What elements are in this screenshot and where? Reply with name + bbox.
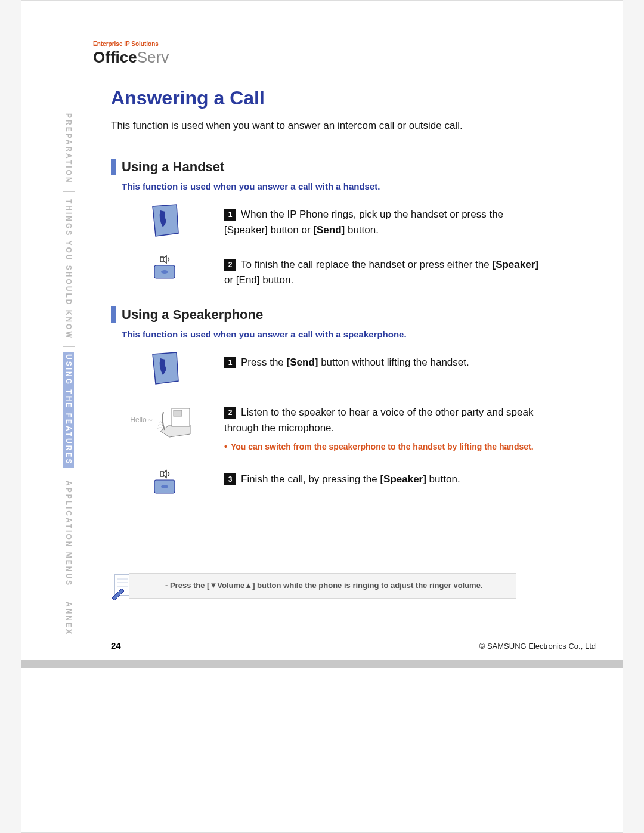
header: Enterprise IP Solutions OfficeServ [93, 41, 599, 67]
document-page: Enterprise IP Solutions OfficeServ PREPA… [21, 0, 623, 833]
hello-label: Hello～ [130, 415, 153, 425]
sidebar-item-using-features[interactable]: USING THE FEATURES [63, 352, 74, 467]
tip-text: You can switch from the speakerphone to … [231, 441, 534, 454]
sidebar-nav: PREPARATION THINGS YOU SHOULD KNOW USING… [63, 111, 75, 576]
step-badge-2: 2 [224, 259, 236, 271]
speaker-button-icon [129, 253, 200, 283]
note-text: - Press the [▼Volume▲] button while the … [165, 581, 483, 590]
step-text: 2Listen to the speaker to hear a voice o… [224, 401, 540, 454]
handset-icon [129, 203, 200, 239]
section-accent-bar [111, 306, 116, 323]
section-speaker-title: Using a Speakerphone [122, 307, 263, 323]
step-text: 1Press the [Send] button without lifting… [224, 351, 540, 370]
svg-rect-2 [160, 257, 163, 262]
speaker-step-2: Hello～ 2Listen to the speaker to hear a … [129, 401, 540, 454]
note-box: - Press the [▼Volume▲] button while the … [129, 573, 516, 599]
bottom-scrollbar-area [21, 660, 623, 668]
sidebar-item-things[interactable]: THINGS YOU SHOULD KNOW [63, 197, 74, 342]
svg-rect-4 [174, 410, 182, 416]
sidebar-item-annex[interactable]: ANNEX [63, 599, 74, 638]
section-accent-bar [111, 159, 116, 175]
section-speaker-desc: This function is used when you answer a … [122, 329, 540, 339]
step-badge-1: 1 [224, 209, 236, 221]
step-text: 1When the IP Phone rings, pick up the ha… [224, 203, 540, 239]
sidebar-item-application-menus[interactable]: APPLICATION MENUS [63, 478, 74, 589]
logo-light: Serv [137, 48, 169, 66]
step-badge-1: 1 [224, 357, 236, 368]
section-handset-title: Using a Handset [122, 159, 224, 175]
copyright: © SAMSUNG Electronics Co., Ltd [479, 642, 596, 651]
header-rule [181, 58, 599, 58]
svg-point-6 [161, 485, 168, 488]
section-speaker-head: Using a Speakerphone [111, 306, 540, 323]
speaker-step-3: 3Finish the call, by pressing the [Speak… [129, 468, 540, 498]
sidebar-separator [63, 346, 75, 347]
step-badge-3: 3 [224, 473, 236, 485]
sidebar-separator [63, 473, 75, 473]
sidebar-item-preparation[interactable]: PREPARATION [63, 111, 74, 187]
svg-rect-7 [160, 472, 163, 476]
handset-step-1: 1When the IP Phone rings, pick up the ha… [129, 203, 540, 239]
page-number: 24 [111, 640, 121, 651]
intro-text: This function is used when you want to a… [111, 120, 540, 132]
main-content: Answering a Call This function is used w… [111, 87, 540, 512]
step-badge-2: 2 [224, 407, 236, 419]
phone-illustration: Hello～ [129, 401, 200, 439]
tip-line: • You can switch from the speakerphone t… [224, 441, 540, 454]
logo-bold: Office [93, 48, 137, 66]
page-title: Answering a Call [111, 87, 540, 109]
step-text: 3Finish the call, by pressing the [Speak… [224, 468, 540, 487]
step-text: 2To finish the call replace the handset … [224, 253, 540, 289]
brand-tagline: Enterprise IP Solutions [93, 41, 599, 47]
svg-point-1 [161, 270, 168, 274]
sidebar-separator [63, 594, 75, 594]
speaker-button-icon [129, 468, 200, 498]
section-handset-head: Using a Handset [111, 159, 540, 175]
handset-icon [129, 351, 200, 387]
sidebar-separator [63, 191, 75, 192]
bullet-icon: • [224, 441, 227, 454]
speaker-step-1: 1Press the [Send] button without lifting… [129, 351, 540, 387]
handset-step-2: 2To finish the call replace the handset … [129, 253, 540, 289]
section-handset-desc: This function is used when you answer a … [122, 181, 540, 191]
